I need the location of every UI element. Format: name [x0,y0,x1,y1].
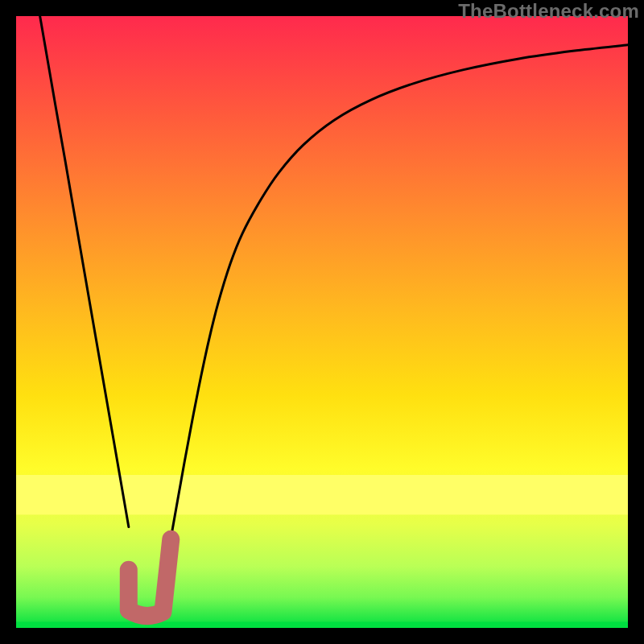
watermark-text: TheBottleneck.com [458,0,639,23]
gradient-background [16,16,628,628]
chart-svg [16,16,628,628]
highlight-band [16,475,628,514]
chart-frame: TheBottleneck.com [0,0,644,644]
plot-area [16,16,628,628]
